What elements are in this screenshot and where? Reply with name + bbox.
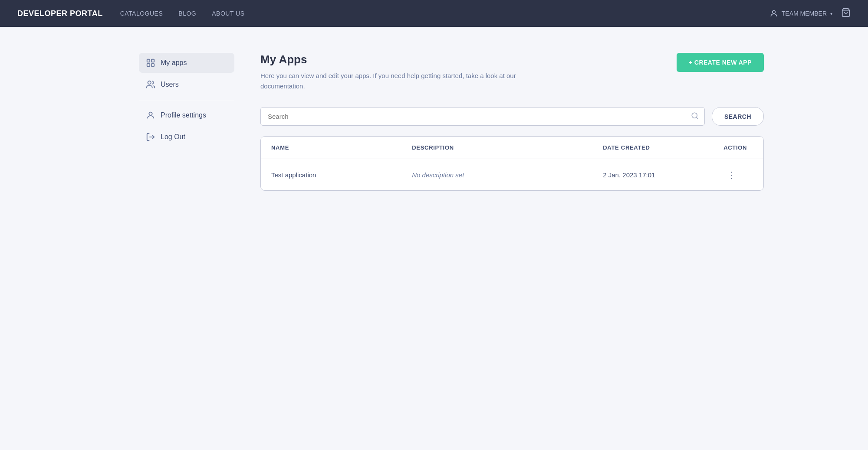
navbar: DEVELOPER PORTAL CATALOGUES BLOG ABOUT U…: [0, 0, 868, 27]
col-header-name: NAME: [261, 137, 401, 159]
content-header: My Apps Here you can view and edit your …: [260, 53, 764, 91]
page-title-section: My Apps Here you can view and edit your …: [260, 53, 529, 91]
search-button[interactable]: SEARCH: [712, 107, 764, 126]
main-content: My Apps Here you can view and edit your …: [260, 53, 764, 191]
sidebar-item-users[interactable]: Users: [139, 75, 234, 95]
col-header-action: ACTION: [713, 137, 763, 159]
page-title: My Apps: [260, 53, 529, 66]
search-input[interactable]: [260, 107, 705, 126]
navbar-links: CATALOGUES BLOG ABOUT US: [120, 10, 752, 17]
svg-point-0: [772, 10, 775, 13]
search-wrapper: [260, 107, 705, 126]
navbar-brand: DEVELOPER PORTAL: [17, 9, 103, 18]
apps-table-body: Test application No description set 2 Ja…: [261, 159, 763, 191]
col-header-description: DESCRIPTION: [401, 137, 592, 159]
sidebar-item-log-out-label: Log Out: [161, 133, 185, 141]
user-icon: [769, 9, 778, 18]
sidebar-divider: [139, 100, 234, 100]
page-description: Here you can view and edit your apps. If…: [260, 71, 529, 91]
team-member-menu[interactable]: TEAM MEMBER ▾: [769, 9, 832, 18]
team-member-label: TEAM MEMBER: [782, 10, 827, 17]
svg-rect-5: [151, 64, 154, 66]
sidebar: My apps Users Profile settings: [139, 53, 234, 191]
sidebar-item-profile-settings[interactable]: Profile settings: [139, 105, 234, 125]
table-row: Test application No description set 2 Ja…: [261, 159, 763, 191]
svg-line-10: [696, 117, 697, 118]
app-description-cell: No description set: [401, 159, 592, 191]
svg-point-7: [149, 112, 152, 115]
navbar-right: TEAM MEMBER ▾: [769, 8, 851, 20]
nav-link-about-us[interactable]: ABOUT US: [212, 10, 244, 17]
sidebar-item-users-label: Users: [161, 81, 179, 88]
search-icon: [691, 112, 699, 121]
svg-point-9: [692, 113, 697, 118]
apps-table-header-row: NAME DESCRIPTION DATE CREATED ACTION: [261, 137, 763, 159]
apps-grid-icon: [146, 58, 155, 68]
app-description: No description set: [412, 171, 464, 179]
create-new-app-button[interactable]: + CREATE NEW APP: [677, 53, 764, 72]
app-date-cell: 2 Jan, 2023 17:01: [592, 159, 713, 191]
nav-link-blog[interactable]: BLOG: [178, 10, 196, 17]
sidebar-item-my-apps[interactable]: My apps: [139, 53, 234, 73]
sidebar-item-log-out[interactable]: Log Out: [139, 127, 234, 147]
app-name-link[interactable]: Test application: [271, 171, 316, 179]
basket-icon[interactable]: [841, 8, 851, 20]
col-header-date-created: DATE CREATED: [592, 137, 713, 159]
main-layout: My apps Users Profile settings: [87, 27, 781, 208]
sidebar-item-my-apps-label: My apps: [161, 59, 187, 67]
app-action-cell: ⋮: [713, 159, 763, 191]
svg-rect-3: [151, 59, 154, 62]
sidebar-item-profile-settings-label: Profile settings: [161, 111, 206, 119]
logout-icon: [146, 132, 155, 142]
search-row: SEARCH: [260, 107, 764, 126]
app-name-cell: Test application: [261, 159, 401, 191]
svg-rect-4: [147, 64, 150, 66]
nav-link-catalogues[interactable]: CATALOGUES: [120, 10, 163, 17]
app-action-button[interactable]: ⋮: [723, 168, 739, 182]
apps-table-head: NAME DESCRIPTION DATE CREATED ACTION: [261, 137, 763, 159]
svg-point-6: [148, 81, 151, 84]
chevron-down-icon: ▾: [830, 11, 832, 16]
apps-table-wrapper: NAME DESCRIPTION DATE CREATED ACTION Tes…: [260, 136, 764, 191]
svg-rect-2: [147, 59, 150, 62]
profile-icon: [146, 111, 155, 120]
apps-table: NAME DESCRIPTION DATE CREATED ACTION Tes…: [261, 137, 763, 190]
users-icon: [146, 80, 155, 89]
